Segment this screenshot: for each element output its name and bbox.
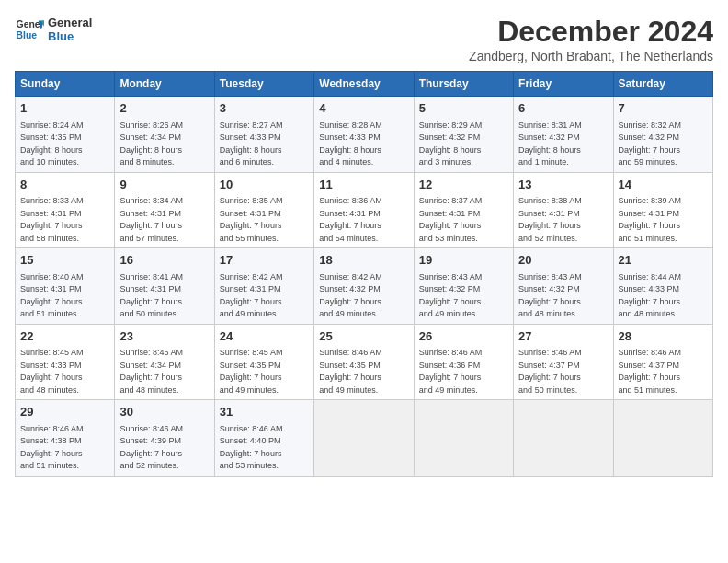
calendar-body: 1Sunrise: 8:24 AM Sunset: 4:35 PM Daylig… <box>16 97 713 477</box>
day-info: Sunrise: 8:33 AM Sunset: 4:31 PM Dayligh… <box>20 196 84 243</box>
day-info: Sunrise: 8:36 AM Sunset: 4:31 PM Dayligh… <box>319 196 382 243</box>
day-info: Sunrise: 8:41 AM Sunset: 4:31 PM Dayligh… <box>119 272 183 319</box>
day-info: Sunrise: 8:27 AM Sunset: 4:33 PM Dayligh… <box>220 121 283 167</box>
day-cell: 30Sunrise: 8:46 AM Sunset: 4:39 PM Dayli… <box>115 400 214 477</box>
day-cell: 25Sunrise: 8:46 AM Sunset: 4:35 PM Dayli… <box>314 324 414 400</box>
day-number: 29 <box>20 404 109 420</box>
day-number: 1 <box>20 100 109 117</box>
day-cell: 10Sunrise: 8:35 AM Sunset: 4:31 PM Dayli… <box>214 172 313 248</box>
calendar-header: SundayMondayTuesdayWednesdayThursdayFrid… <box>16 72 713 97</box>
header-cell-wednesday: Wednesday <box>314 72 414 97</box>
day-number: 5 <box>419 100 508 117</box>
day-info: Sunrise: 8:43 AM Sunset: 4:32 PM Dayligh… <box>419 272 483 319</box>
day-cell: 17Sunrise: 8:42 AM Sunset: 4:31 PM Dayli… <box>214 248 313 325</box>
day-info: Sunrise: 8:39 AM Sunset: 4:31 PM Dayligh… <box>619 196 682 243</box>
header-cell-tuesday: Tuesday <box>214 72 313 97</box>
day-number: 8 <box>20 177 109 193</box>
day-info: Sunrise: 8:44 AM Sunset: 4:33 PM Dayligh… <box>619 272 682 319</box>
day-cell: 26Sunrise: 8:46 AM Sunset: 4:36 PM Dayli… <box>414 324 513 400</box>
calendar-table: SundayMondayTuesdayWednesdayThursdayFrid… <box>15 71 713 477</box>
day-number: 16 <box>119 252 209 269</box>
month-title: December 2024 <box>469 15 713 49</box>
day-info: Sunrise: 8:45 AM Sunset: 4:34 PM Dayligh… <box>119 348 183 395</box>
day-cell: 12Sunrise: 8:37 AM Sunset: 4:31 PM Dayli… <box>414 172 513 248</box>
day-cell: 28Sunrise: 8:46 AM Sunset: 4:37 PM Dayli… <box>613 324 712 400</box>
header-row: SundayMondayTuesdayWednesdayThursdayFrid… <box>16 72 713 97</box>
day-info: Sunrise: 8:34 AM Sunset: 4:31 PM Dayligh… <box>119 196 183 243</box>
day-cell <box>314 400 414 477</box>
day-cell <box>514 400 613 477</box>
day-cell: 23Sunrise: 8:45 AM Sunset: 4:34 PM Dayli… <box>115 324 214 400</box>
day-info: Sunrise: 8:38 AM Sunset: 4:31 PM Dayligh… <box>518 196 582 243</box>
svg-text:Blue: Blue <box>17 30 38 40</box>
day-number: 4 <box>319 100 408 117</box>
day-info: Sunrise: 8:45 AM Sunset: 4:35 PM Dayligh… <box>220 348 283 395</box>
day-cell: 5Sunrise: 8:29 AM Sunset: 4:32 PM Daylig… <box>414 97 513 173</box>
day-info: Sunrise: 8:42 AM Sunset: 4:32 PM Dayligh… <box>319 272 382 319</box>
day-number: 15 <box>20 252 109 269</box>
day-cell <box>613 400 712 477</box>
day-cell: 13Sunrise: 8:38 AM Sunset: 4:31 PM Dayli… <box>514 172 613 248</box>
day-number: 27 <box>518 328 608 345</box>
header-cell-sunday: Sunday <box>16 72 115 97</box>
day-cell: 31Sunrise: 8:46 AM Sunset: 4:40 PM Dayli… <box>214 400 313 477</box>
day-number: 25 <box>319 328 408 345</box>
day-info: Sunrise: 8:42 AM Sunset: 4:31 PM Dayligh… <box>220 272 283 319</box>
day-number: 19 <box>419 252 508 269</box>
day-info: Sunrise: 8:46 AM Sunset: 4:39 PM Dayligh… <box>119 424 183 471</box>
day-cell: 22Sunrise: 8:45 AM Sunset: 4:33 PM Dayli… <box>16 324 115 400</box>
day-info: Sunrise: 8:43 AM Sunset: 4:32 PM Dayligh… <box>518 272 582 319</box>
day-cell: 4Sunrise: 8:28 AM Sunset: 4:33 PM Daylig… <box>314 97 414 173</box>
day-info: Sunrise: 8:31 AM Sunset: 4:32 PM Dayligh… <box>518 121 582 167</box>
day-number: 9 <box>119 177 209 193</box>
day-cell: 15Sunrise: 8:40 AM Sunset: 4:31 PM Dayli… <box>16 248 115 325</box>
day-info: Sunrise: 8:46 AM Sunset: 4:38 PM Dayligh… <box>20 424 84 471</box>
day-info: Sunrise: 8:37 AM Sunset: 4:31 PM Dayligh… <box>419 196 483 243</box>
day-number: 30 <box>119 404 209 420</box>
day-number: 11 <box>319 177 408 193</box>
week-row-1: 1Sunrise: 8:24 AM Sunset: 4:35 PM Daylig… <box>16 97 713 173</box>
day-info: Sunrise: 8:24 AM Sunset: 4:35 PM Dayligh… <box>20 121 84 167</box>
day-cell: 19Sunrise: 8:43 AM Sunset: 4:32 PM Dayli… <box>414 248 513 325</box>
day-number: 20 <box>518 252 608 269</box>
day-cell: 21Sunrise: 8:44 AM Sunset: 4:33 PM Dayli… <box>613 248 712 325</box>
day-number: 3 <box>220 100 309 117</box>
subtitle: Zandberg, North Brabant, The Netherlands <box>469 49 713 63</box>
week-row-4: 22Sunrise: 8:45 AM Sunset: 4:33 PM Dayli… <box>16 324 713 400</box>
day-number: 17 <box>220 252 309 269</box>
day-number: 12 <box>419 177 508 193</box>
day-info: Sunrise: 8:40 AM Sunset: 4:31 PM Dayligh… <box>20 272 84 319</box>
logo: General Blue General Blue <box>15 15 92 44</box>
day-cell: 11Sunrise: 8:36 AM Sunset: 4:31 PM Dayli… <box>314 172 414 248</box>
day-number: 18 <box>319 252 408 269</box>
day-info: Sunrise: 8:26 AM Sunset: 4:34 PM Dayligh… <box>119 121 183 167</box>
day-info: Sunrise: 8:46 AM Sunset: 4:37 PM Dayligh… <box>619 348 682 395</box>
day-number: 10 <box>220 177 309 193</box>
header-cell-saturday: Saturday <box>613 72 712 97</box>
day-number: 7 <box>619 100 708 117</box>
day-info: Sunrise: 8:46 AM Sunset: 4:40 PM Dayligh… <box>220 424 283 471</box>
day-cell <box>414 400 513 477</box>
day-info: Sunrise: 8:45 AM Sunset: 4:33 PM Dayligh… <box>20 348 84 395</box>
header-cell-monday: Monday <box>115 72 214 97</box>
logo-line2: Blue <box>48 29 92 43</box>
header: General Blue General Blue December 2024 … <box>15 15 713 63</box>
day-number: 22 <box>20 328 109 345</box>
header-cell-thursday: Thursday <box>414 72 513 97</box>
day-number: 26 <box>419 328 508 345</box>
day-cell: 14Sunrise: 8:39 AM Sunset: 4:31 PM Dayli… <box>613 172 712 248</box>
day-number: 24 <box>220 328 309 345</box>
day-cell: 7Sunrise: 8:32 AM Sunset: 4:32 PM Daylig… <box>613 97 712 173</box>
day-info: Sunrise: 8:46 AM Sunset: 4:35 PM Dayligh… <box>319 348 382 395</box>
day-cell: 29Sunrise: 8:46 AM Sunset: 4:38 PM Dayli… <box>16 400 115 477</box>
day-cell: 27Sunrise: 8:46 AM Sunset: 4:37 PM Dayli… <box>514 324 613 400</box>
day-info: Sunrise: 8:46 AM Sunset: 4:36 PM Dayligh… <box>419 348 483 395</box>
day-number: 14 <box>619 177 708 193</box>
logo-line1: General <box>48 16 92 29</box>
week-row-3: 15Sunrise: 8:40 AM Sunset: 4:31 PM Dayli… <box>16 248 713 325</box>
day-info: Sunrise: 8:29 AM Sunset: 4:32 PM Dayligh… <box>419 121 483 167</box>
header-cell-friday: Friday <box>514 72 613 97</box>
day-cell: 24Sunrise: 8:45 AM Sunset: 4:35 PM Dayli… <box>214 324 313 400</box>
day-cell: 1Sunrise: 8:24 AM Sunset: 4:35 PM Daylig… <box>16 97 115 173</box>
day-cell: 8Sunrise: 8:33 AM Sunset: 4:31 PM Daylig… <box>16 172 115 248</box>
